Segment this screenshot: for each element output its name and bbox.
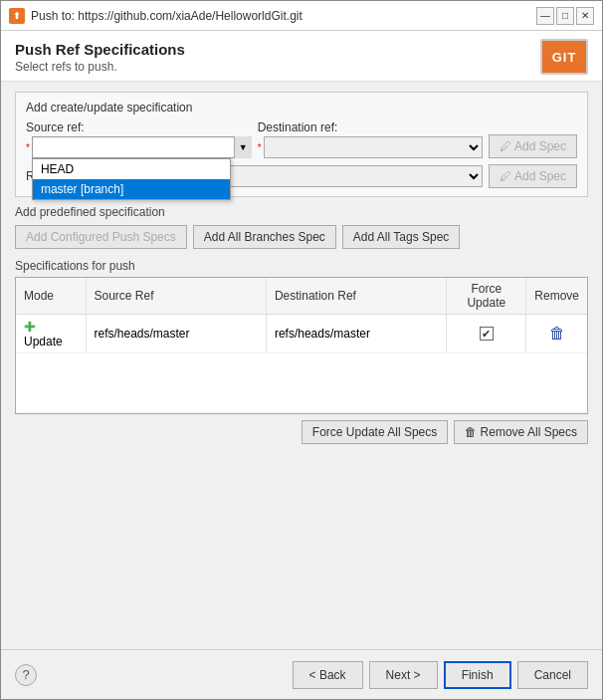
source-ref-wrapper: ▼ HEAD master [branch] (32, 136, 252, 158)
titlebar-left: ⬆ Push to: https://github.com/xiaAde/Hel… (9, 8, 302, 24)
close-button[interactable]: ✕ (576, 7, 594, 25)
delete-row-button[interactable]: 🗑 (547, 325, 567, 343)
destination-ref-col: Destination ref: * (258, 120, 484, 158)
add-spec-area: 🖊 Add Spec (489, 134, 577, 158)
add-all-tags-spec-button[interactable]: Add All Tags Spec (342, 225, 461, 249)
git-logo: GIT (540, 39, 588, 75)
source-ref-input[interactable] (32, 136, 252, 158)
source-ref-dropdown: HEAD master [branch] (32, 158, 231, 200)
add-all-branches-spec-button[interactable]: Add All Branches Spec (193, 225, 336, 249)
source-required-marker: * (26, 142, 30, 153)
back-button[interactable]: < Back (293, 661, 363, 689)
predefined-section-title: Add predefined specification (15, 205, 588, 219)
empty-cell (16, 353, 587, 413)
col-dest-ref: Destination Ref (266, 278, 446, 315)
remove-all-specs-button[interactable]: 🗑 Remove All Specs (454, 420, 588, 444)
titlebar-controls: — □ ✕ (536, 7, 594, 25)
page-subtitle: Select refs to push. (15, 60, 185, 74)
destination-ref-select[interactable] (264, 136, 484, 158)
main-window: ⬆ Push to: https://github.com/xiaAde/Hel… (0, 0, 603, 700)
finish-button[interactable]: Finish (444, 661, 511, 689)
col-force-update: Force Update (447, 278, 526, 315)
maximize-button[interactable]: □ (556, 7, 574, 25)
create-update-title: Add create/update specification (26, 101, 577, 115)
row-dest-ref-cell: refs/heads/master (266, 315, 446, 353)
source-ref-dropdown-btn[interactable]: ▼ (234, 136, 252, 158)
table-empty-row (16, 353, 587, 413)
row-mode-cell: ✚ Update (16, 315, 86, 353)
table-row: ✚ Update refs/heads/master refs/heads/ma… (16, 315, 587, 353)
row-mode-text: Update (24, 335, 63, 349)
specs-table-container: Mode Source Ref Destination Ref Force Up… (15, 277, 588, 414)
add-spec-icon: 🖊 (500, 139, 511, 153)
destination-ref-label: Destination ref: (258, 120, 484, 134)
cancel-button[interactable]: Cancel (517, 661, 588, 689)
help-button[interactable]: ? (15, 664, 37, 686)
specs-bottom-buttons: Force Update All Specs 🗑 Remove All Spec… (15, 420, 588, 444)
remove-specs-icon: 🗑 (465, 425, 477, 439)
row-remove-cell: 🗑 (526, 315, 587, 353)
dest-ref-wrapper (264, 136, 484, 158)
dropdown-item-head[interactable]: HEAD (33, 159, 230, 179)
add-configured-push-specs-button[interactable]: Add Configured Push Specs (15, 225, 187, 249)
specs-table-body: ✚ Update refs/heads/master refs/heads/ma… (16, 315, 587, 413)
col-source-ref: Source Ref (86, 278, 266, 315)
add-spec-delete-icon: 🖊 (500, 169, 511, 183)
add-spec-button[interactable]: 🖊 Add Spec (489, 134, 577, 158)
predefined-buttons-group: Add Configured Push Specs Add All Branch… (15, 225, 588, 249)
specs-section-title: Specifications for push (15, 259, 588, 273)
specs-table-header: Mode Source Ref Destination Ref Force Up… (16, 278, 587, 315)
dropdown-item-master[interactable]: master [branch] (33, 179, 230, 199)
row-source-ref-cell: refs/heads/master (86, 315, 266, 353)
source-dest-row: Source ref: * ▼ HEAD master [branch] (26, 120, 577, 158)
dest-required-marker: * (258, 142, 262, 153)
footer: ? < Back Next > Finish Cancel (1, 649, 602, 699)
force-update-all-specs-button[interactable]: Force Update All Specs (302, 420, 448, 444)
specs-table: Mode Source Ref Destination Ref Force Up… (16, 278, 587, 413)
source-ref-label: Source ref: (26, 120, 252, 134)
create-update-section: Add create/update specification Source r… (15, 92, 588, 197)
page-header-left: Push Ref Specifications Select refs to p… (15, 41, 185, 74)
source-ref-col: Source ref: * ▼ HEAD master [branch] (26, 120, 252, 158)
row-force-update-cell[interactable]: ✔ (447, 315, 526, 353)
add-spec-delete-button[interactable]: 🖊 Add Spec (489, 164, 577, 188)
next-button[interactable]: Next > (369, 661, 438, 689)
force-update-checkbox[interactable]: ✔ (480, 327, 494, 341)
footer-left: ? (15, 664, 37, 686)
col-remove: Remove (526, 278, 587, 315)
window-title: Push to: https://github.com/xiaAde/Hello… (31, 9, 302, 23)
page-title: Push Ref Specifications (15, 41, 185, 58)
predefined-section: Add predefined specification Add Configu… (15, 205, 588, 249)
app-icon: ⬆ (9, 8, 25, 24)
titlebar: ⬆ Push to: https://github.com/xiaAde/Hel… (1, 1, 602, 31)
minimize-button[interactable]: — (536, 7, 554, 25)
footer-right: < Back Next > Finish Cancel (293, 661, 588, 689)
col-mode: Mode (16, 278, 86, 315)
page-header: Push Ref Specifications Select refs to p… (1, 31, 602, 82)
row-add-icon: ✚ (24, 319, 36, 335)
specs-section: Specifications for push Mode Source Ref … (15, 259, 588, 444)
main-content: Add create/update specification Source r… (1, 82, 602, 649)
